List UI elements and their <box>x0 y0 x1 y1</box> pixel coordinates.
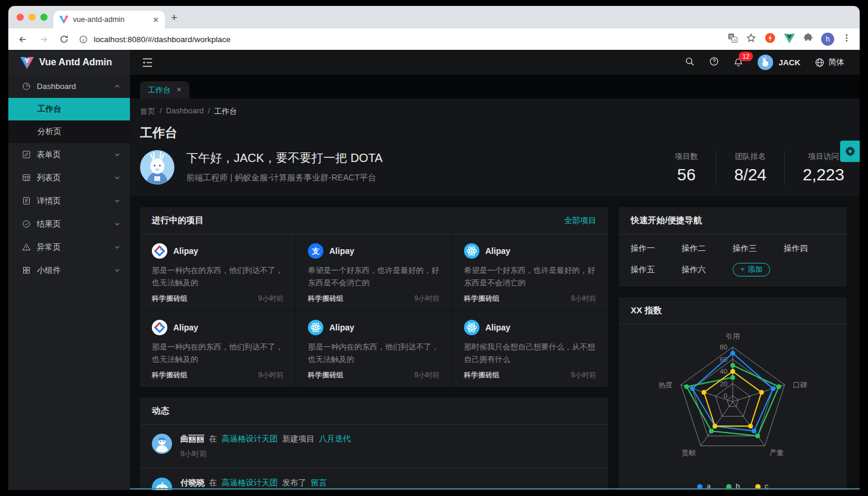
alipay-icon: 支 <box>308 243 323 259</box>
activity-item: 付晓晓 在 高逼格设计天团 发布了 留言9小时前 <box>140 469 608 490</box>
vue-logo-icon <box>20 56 34 69</box>
project-time: 9小时前 <box>571 370 596 380</box>
back-icon[interactable] <box>17 33 28 45</box>
user-menu[interactable]: JACK <box>758 55 800 70</box>
page-info-icon <box>79 35 88 44</box>
project-name[interactable]: Alipay <box>329 246 354 256</box>
sidebar-item-dashboard[interactable]: Dashboard <box>8 75 130 98</box>
stat-block: 项目访问2,223 <box>784 151 847 185</box>
browser-tab-title: vue-antd-admin <box>73 15 148 24</box>
minimize-window-button[interactable] <box>28 14 36 21</box>
extension-orange-icon[interactable] <box>764 32 776 46</box>
project-name[interactable]: Alipay <box>173 323 198 332</box>
help-icon[interactable] <box>709 56 719 69</box>
atom-icon <box>464 243 479 259</box>
project-name[interactable]: Alipay <box>485 323 510 332</box>
menu-fold-icon[interactable] <box>142 58 153 68</box>
new-tab-button[interactable]: + <box>171 11 177 24</box>
activity-text: 在 <box>207 434 220 443</box>
quicknav-link[interactable]: 操作三 <box>733 243 784 254</box>
quicknav-link[interactable]: 操作一 <box>631 243 682 254</box>
sidebar-item-2[interactable]: 列表页 <box>8 166 130 189</box>
activity-link[interactable]: 留言 <box>311 478 327 487</box>
all-projects-link[interactable]: 全部项目 <box>564 215 596 226</box>
tab-close-icon[interactable]: ✕ <box>152 16 159 24</box>
sidebar-item-5[interactable]: 异常页 <box>8 236 130 259</box>
activity-user[interactable]: 付晓晓 <box>180 478 205 487</box>
page-tab-workplace[interactable]: 工作台 ✕ <box>140 81 189 98</box>
warning-icon <box>22 243 31 252</box>
chevron-down-icon <box>114 198 120 204</box>
browser-tab[interactable]: vue-antd-admin ✕ <box>53 11 165 28</box>
quicknav-link[interactable]: 操作六 <box>682 265 733 275</box>
sidebar: Dashboard工作台分析页表单页列表页详情页结果页异常页小组件 <box>8 75 130 490</box>
user-avatar <box>758 55 773 70</box>
project-card[interactable]: Alipay那是一种内在的东西，他们到达不了，也无法触及的科学搬砖组9小时前 <box>140 311 296 387</box>
activity-text: 在 <box>207 478 220 487</box>
project-description: 那是一种内在的东西，他们到达不了，也无法触及的 <box>308 341 440 366</box>
svg-text:口碑: 口碑 <box>793 381 807 389</box>
chevron-down-icon <box>114 174 120 181</box>
address-bar[interactable]: localhost:8080/#/dashboard/workplace <box>79 35 718 44</box>
breadcrumb-item: 工作台 <box>214 106 237 117</box>
sidebar-item-3[interactable]: 详情页 <box>8 189 130 212</box>
browser-profile-avatar[interactable]: h <box>821 33 834 46</box>
chevron-down-icon <box>114 151 120 158</box>
activity-link[interactable]: 高逼格设计天团 <box>222 478 278 487</box>
sidebar-item-1[interactable]: 表单页 <box>8 143 130 166</box>
maximize-window-button[interactable] <box>40 14 47 21</box>
project-card[interactable]: Alipay那是一种内在的东西，他们到达不了，也无法触及的科学搬砖组9小时前 <box>140 234 296 311</box>
breadcrumb-separator: / <box>208 106 210 117</box>
quicknav-link[interactable]: 操作二 <box>682 243 733 254</box>
app-logo[interactable]: Vue Antd Admin <box>8 50 130 75</box>
project-name[interactable]: Alipay <box>173 246 198 256</box>
extensions-puzzle-icon[interactable] <box>803 33 813 46</box>
project-card[interactable]: Alipay那时候我只会想自己想要什么，从不想自己拥有什么科学搬砖组9小时前 <box>452 311 608 387</box>
activity-link[interactable]: 八月迭代 <box>319 434 351 443</box>
forward-icon[interactable] <box>37 33 49 45</box>
project-card[interactable]: 支Alipay希望是一个好东西，也许是最好的，好东西是不会消亡的科学搬砖组9小时… <box>296 234 452 311</box>
breadcrumb-item[interactable]: Dashboard <box>166 106 204 117</box>
activity-link[interactable]: 高逼格设计天团 <box>222 434 278 443</box>
url-text: localhost:8080/#/dashboard/workplace <box>94 35 230 44</box>
quicknav-link[interactable]: 操作四 <box>784 243 835 254</box>
reload-icon[interactable] <box>58 33 70 45</box>
notification-bell-icon[interactable]: 12 <box>733 57 743 68</box>
check-circle-icon <box>22 220 31 228</box>
project-name[interactable]: Alipay <box>485 246 510 256</box>
sidebar-submenu: 工作台分析页 <box>8 98 130 143</box>
sidebar-item-6[interactable]: 小组件 <box>8 259 130 282</box>
page-tabs-bar: 工作台 ✕ <box>130 75 860 98</box>
app-title: Vue Antd Admin <box>39 57 112 68</box>
breadcrumb-item[interactable]: 首页 <box>140 106 155 117</box>
sidebar-item-4[interactable]: 结果页 <box>8 212 130 236</box>
project-card[interactable]: Alipay那是一种内在的东西，他们到达不了，也无法触及的科学搬砖组9小时前 <box>296 311 452 387</box>
page-tab-close-icon[interactable]: ✕ <box>176 86 182 94</box>
project-card[interactable]: Alipay希望是一个好东西，也许是最好的，好东西是不会消亡的科学搬砖组9小时前 <box>452 234 608 311</box>
sidebar-item-label: 表单页 <box>37 150 61 160</box>
project-group: 科学搬砖组 <box>464 294 500 304</box>
search-icon[interactable] <box>685 56 695 69</box>
chevron-down-icon <box>114 267 120 274</box>
add-button[interactable]: +添加 <box>733 263 770 276</box>
activity-user[interactable]: 曲丽丽 <box>180 434 205 443</box>
quicknav-link[interactable]: 操作五 <box>631 265 682 275</box>
table-icon <box>22 173 31 182</box>
notification-badge: 12 <box>739 52 753 61</box>
browser-menu-kebab-icon[interactable] <box>842 33 851 45</box>
app-root: Vue Antd Admin 12 JACK <box>8 50 860 490</box>
language-switcher[interactable]: 简体 <box>815 57 844 68</box>
activity-time: 9小时前 <box>180 449 596 459</box>
project-description: 那是一种内在的东西，他们到达不了，也无法触及的 <box>152 264 284 290</box>
vue-devtools-icon[interactable] <box>784 33 795 46</box>
sidebar-subitem[interactable]: 工作台 <box>8 98 130 120</box>
quicknav-title: 快速开始/便捷导航 <box>631 215 702 226</box>
settings-drawer-button[interactable] <box>840 141 860 162</box>
bookmark-star-icon[interactable] <box>746 33 756 46</box>
gear-icon <box>844 145 856 157</box>
sidebar-subitem[interactable]: 分析页 <box>8 120 130 143</box>
translate-icon[interactable]: 文A <box>727 33 738 46</box>
dashboard-icon <box>22 82 31 91</box>
project-name[interactable]: Alipay <box>329 323 354 332</box>
close-window-button[interactable] <box>17 14 24 21</box>
